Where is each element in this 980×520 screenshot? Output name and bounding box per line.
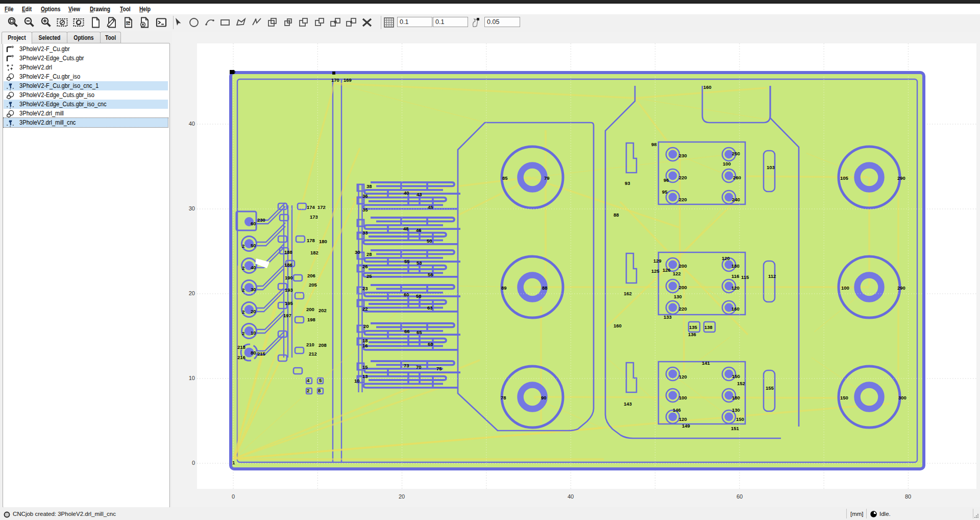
svg-text:100: 100 <box>841 285 849 291</box>
svg-text:190: 190 <box>285 275 293 280</box>
svg-text:93: 93 <box>625 180 630 186</box>
svg-text:2: 2 <box>242 330 244 336</box>
svg-text:218: 218 <box>237 344 246 350</box>
svg-text:45: 45 <box>428 204 433 210</box>
svg-text:240: 240 <box>732 197 740 202</box>
svg-text:206: 206 <box>307 273 315 278</box>
svg-text:130: 130 <box>674 294 682 299</box>
svg-text:10: 10 <box>251 330 256 336</box>
svg-text:8: 8 <box>318 388 321 393</box>
svg-text:200: 200 <box>306 306 314 312</box>
svg-text:138: 138 <box>704 324 713 330</box>
svg-text:112: 112 <box>768 273 776 279</box>
svg-text:70: 70 <box>416 364 422 370</box>
svg-text:182: 182 <box>310 250 318 255</box>
svg-text:13: 13 <box>362 373 368 379</box>
svg-text:220: 220 <box>679 197 687 202</box>
svg-text:20: 20 <box>363 323 369 329</box>
svg-text:25: 25 <box>366 273 372 279</box>
svg-text:178: 178 <box>307 238 315 243</box>
svg-text:120: 120 <box>722 255 730 261</box>
svg-text:80: 80 <box>251 350 256 356</box>
svg-text:78: 78 <box>501 395 506 400</box>
svg-text:88: 88 <box>542 285 548 291</box>
svg-text:1: 1 <box>232 460 235 465</box>
svg-text:46: 46 <box>416 227 422 233</box>
svg-text:60: 60 <box>251 221 256 226</box>
svg-text:160: 160 <box>731 306 740 312</box>
svg-text:198: 198 <box>307 317 315 322</box>
svg-text:155: 155 <box>766 385 774 391</box>
svg-text:195: 195 <box>285 300 293 306</box>
svg-text:63: 63 <box>427 305 433 311</box>
svg-text:103: 103 <box>767 164 775 170</box>
svg-text:197: 197 <box>283 313 291 318</box>
svg-text:16: 16 <box>362 343 368 348</box>
svg-text:15: 15 <box>362 364 368 370</box>
svg-text:66: 66 <box>404 328 410 334</box>
svg-text:Ok: Ok <box>126 22 131 25</box>
svg-text:143: 143 <box>624 401 632 407</box>
svg-text:60: 60 <box>404 292 409 297</box>
svg-text:36: 36 <box>362 193 368 199</box>
svg-text:210: 210 <box>306 342 314 347</box>
svg-text:200: 200 <box>679 285 687 290</box>
svg-text:2: 2 <box>242 309 244 315</box>
svg-text:170: 170 <box>331 77 339 83</box>
svg-text:38: 38 <box>366 183 372 189</box>
svg-text:290: 290 <box>897 175 905 181</box>
svg-text:208: 208 <box>318 342 327 348</box>
svg-text:115: 115 <box>741 274 749 280</box>
svg-text:129: 129 <box>653 258 662 264</box>
svg-text:135: 135 <box>689 324 698 330</box>
svg-text:55: 55 <box>404 258 410 264</box>
svg-text:30: 30 <box>251 287 256 292</box>
svg-text:88: 88 <box>614 212 619 218</box>
svg-text:193: 193 <box>285 287 293 293</box>
svg-text:122: 122 <box>673 271 681 276</box>
svg-text:220: 220 <box>679 306 687 312</box>
svg-text:20: 20 <box>251 309 256 314</box>
svg-text:150: 150 <box>840 395 848 400</box>
svg-text:53: 53 <box>416 260 422 266</box>
svg-text:50: 50 <box>251 243 256 248</box>
svg-text:151: 151 <box>731 426 740 431</box>
svg-text:2: 2 <box>242 287 244 293</box>
svg-text:65: 65 <box>416 329 422 335</box>
svg-text:300: 300 <box>898 395 906 400</box>
svg-text:202: 202 <box>318 308 327 313</box>
svg-text:40: 40 <box>251 265 256 270</box>
svg-text:136: 136 <box>688 332 696 337</box>
svg-text:0: 0 <box>233 69 235 75</box>
svg-text:290: 290 <box>897 285 905 291</box>
svg-text:180: 180 <box>731 263 740 269</box>
svg-text:120: 120 <box>731 285 740 291</box>
svg-text:26: 26 <box>362 264 368 269</box>
svg-text:73: 73 <box>404 363 409 368</box>
svg-text:212: 212 <box>309 351 317 357</box>
svg-text:160: 160 <box>614 323 622 328</box>
svg-text:200: 200 <box>679 263 687 269</box>
svg-text:116: 116 <box>731 273 739 279</box>
svg-text:125: 125 <box>651 268 660 274</box>
svg-text:169: 169 <box>344 77 352 83</box>
svg-text:180: 180 <box>732 395 740 400</box>
svg-text:150: 150 <box>732 373 740 379</box>
svg-text:152: 152 <box>737 381 745 386</box>
svg-text:2: 2 <box>242 265 244 271</box>
svg-text:120: 120 <box>679 374 687 380</box>
svg-text:150: 150 <box>736 416 744 422</box>
svg-text:100: 100 <box>723 161 731 167</box>
svg-text:90: 90 <box>541 395 547 400</box>
svg-text:96: 96 <box>664 177 669 183</box>
svg-text:105: 105 <box>840 175 849 181</box>
svg-text:89: 89 <box>501 285 507 291</box>
svg-text:130: 130 <box>732 407 740 413</box>
svg-text:22: 22 <box>362 306 368 312</box>
svg-text:149: 149 <box>682 423 690 429</box>
svg-text:23: 23 <box>362 286 368 291</box>
svg-text:75: 75 <box>436 366 442 371</box>
svg-text:68: 68 <box>428 341 433 347</box>
svg-text:5: 5 <box>319 377 322 383</box>
svg-text:141: 141 <box>702 360 710 366</box>
